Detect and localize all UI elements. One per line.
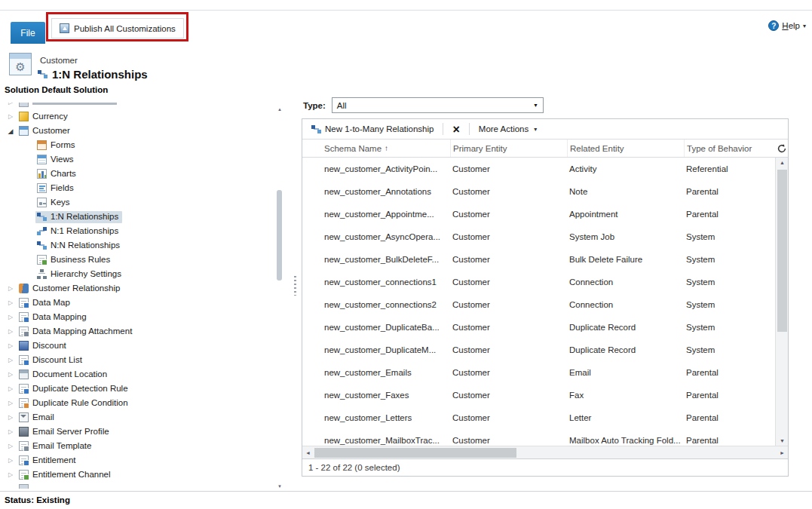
tree-item-entitlement[interactable]: ▷Entitlement <box>2 453 274 468</box>
tree-item-label: Data Map <box>32 298 70 307</box>
vertical-scrollbar[interactable]: ▲ ▼ <box>775 158 788 446</box>
refresh-button[interactable] <box>775 140 788 157</box>
expand-toggle-icon[interactable]: ▷ <box>6 371 15 378</box>
tree-scrollbar[interactable]: ▲ ▼ <box>276 107 283 489</box>
column-header-label: Related Entity <box>570 144 624 153</box>
table-row[interactable]: new_customer_BulkDeleteF...CustomerBulk … <box>302 248 775 271</box>
expand-toggle-icon[interactable]: ▷ <box>6 443 15 449</box>
scroll-up-icon[interactable]: ▲ <box>776 160 789 165</box>
tree-item-customer-relationship[interactable]: ▷Customer Relationship <box>2 281 274 296</box>
refresh-icon <box>777 144 786 153</box>
tree-item-document-location[interactable]: ▷Document Location <box>2 367 274 382</box>
expand-toggle-icon[interactable]: ▷ <box>6 428 15 435</box>
cell-schema-name: new_customer_connections2 <box>322 300 450 309</box>
scroll-down-icon[interactable]: ▼ <box>276 484 283 489</box>
expand-toggle-icon[interactable]: ▷ <box>6 113 15 120</box>
table-row[interactable]: new_customer_MailboxTrac...CustomerMailb… <box>302 429 775 446</box>
cell-related-entity: Duplicate Record <box>567 345 684 354</box>
tree-item-views[interactable]: Views <box>2 152 274 167</box>
tree-item-currency[interactable]: ▷Currency <box>2 109 274 124</box>
discount-icon <box>19 341 29 351</box>
file-menu-button[interactable]: File <box>11 22 45 44</box>
column-header-schema-name[interactable]: Schema Name↑ <box>322 140 450 157</box>
tree-item-email-server-profile[interactable]: ▷Email Server Profile <box>2 425 274 439</box>
tree-item-label: Fields <box>51 183 74 192</box>
delete-button[interactable]: × <box>448 122 464 136</box>
cell-primary-entity: Customer <box>450 187 567 196</box>
tree-scrollbar-thumb[interactable] <box>277 190 282 281</box>
expand-toggle-icon[interactable]: ▷ <box>6 385 15 392</box>
expand-toggle-icon[interactable]: ▷ <box>6 357 15 363</box>
expand-toggle-icon[interactable]: ▷ <box>6 103 15 106</box>
table-row[interactable]: new_customer_connections1CustomerConnect… <box>302 271 775 293</box>
hierarchy-settings-icon <box>37 269 47 279</box>
table-row[interactable]: new_customer_DuplicateBa...CustomerDupli… <box>302 316 775 339</box>
table-row[interactable]: new_customer_ActivityPoin...CustomerActi… <box>302 158 775 180</box>
horizontal-scrollbar[interactable]: ◄ ► <box>302 446 788 458</box>
tree-item-customer[interactable]: ◢Customer <box>2 124 274 138</box>
tree-item-entitlement-channel[interactable]: ▷Entitlement Channel <box>2 468 274 482</box>
scroll-right-icon[interactable]: ► <box>780 446 785 459</box>
tree-item-charts[interactable]: Charts <box>2 167 274 181</box>
page-title: 1:N Relationships <box>52 68 148 81</box>
expand-toggle-icon[interactable]: ▷ <box>6 342 15 349</box>
tree-item-data-map[interactable]: ▷Data Map <box>2 296 274 310</box>
column-header-related-entity[interactable]: Related Entity <box>567 140 684 157</box>
tree-item-n-n-relationships[interactable]: N:N Relationships <box>2 238 274 253</box>
expand-toggle-icon[interactable]: ▷ <box>6 400 15 406</box>
scroll-down-icon[interactable]: ▼ <box>776 438 789 443</box>
tree-item-keys[interactable]: Keys <box>2 195 274 210</box>
expand-toggle-icon[interactable]: ▷ <box>6 314 15 320</box>
tree-item-discount-list[interactable]: ▷Discount List <box>2 353 274 367</box>
tree-item-hierarchy-settings[interactable]: Hierarchy Settings <box>2 267 274 281</box>
table-row[interactable]: new_customer_connections2CustomerConnect… <box>302 293 775 316</box>
cell-primary-entity: Customer <box>450 323 567 332</box>
column-header-type-of-behavior[interactable]: Type of Behavior <box>684 140 775 157</box>
expand-toggle-icon[interactable]: ▷ <box>6 457 15 464</box>
tree-item-n-1-relationships[interactable]: N:1 Relationships <box>2 224 274 238</box>
tree-item-email-template[interactable]: ▷Email Template <box>2 439 274 453</box>
tree-item-data-mapping[interactable]: ▷Data Mapping <box>2 310 274 324</box>
more-actions-button[interactable]: More Actions ▾ <box>474 122 542 136</box>
expand-toggle-icon[interactable]: ▷ <box>6 299 15 306</box>
vertical-scrollbar-thumb[interactable] <box>777 170 787 332</box>
cell-schema-name: new_customer_AsyncOpera... <box>322 232 450 241</box>
column-header-primary-entity[interactable]: Primary Entity <box>450 140 567 157</box>
tree-item-discount[interactable]: ▷Discount <box>2 339 274 353</box>
tree-item-fields[interactable]: Fields <box>2 181 274 195</box>
panel-splitter[interactable] <box>291 97 299 492</box>
cell-primary-entity: Customer <box>450 345 567 354</box>
help-menu[interactable]: ? Help ▾ <box>768 20 806 31</box>
expand-toggle-icon[interactable]: ▷ <box>6 285 15 292</box>
table-row[interactable]: new_customer_AsyncOpera...CustomerSystem… <box>302 225 775 248</box>
tree-item-business-rules[interactable]: Business Rules <box>2 253 274 267</box>
horizontal-scrollbar-thumb[interactable] <box>314 448 516 458</box>
table-row[interactable]: new_customer_LettersCustomerLetterParent… <box>302 406 775 429</box>
tree-item-duplicate-rule-condition[interactable]: ▷Duplicate Rule Condition <box>2 396 274 410</box>
type-dropdown[interactable]: All ▼ <box>332 97 544 113</box>
tree-item-forms[interactable]: Forms <box>2 138 274 152</box>
tree-item-email[interactable]: ▷Email <box>2 410 274 425</box>
tree-item-label: Customer <box>32 126 70 135</box>
business-rules-icon <box>37 255 47 265</box>
table-row[interactable]: new_customer_AnnotationsCustomerNotePare… <box>302 180 775 203</box>
entitlement-channel-icon <box>19 470 29 480</box>
expand-toggle-icon[interactable]: ▷ <box>6 414 15 421</box>
table-row[interactable]: new_customer_FaxesCustomerFaxParental <box>302 384 775 406</box>
scroll-up-icon[interactable]: ▲ <box>276 107 283 112</box>
tree-item-1-n-relationships[interactable]: 1:N Relationships <box>2 210 274 224</box>
new-1-to-many-relationship-button[interactable]: New 1-to-Many Relationship <box>307 122 438 136</box>
scroll-left-icon[interactable]: ◄ <box>305 446 311 459</box>
publish-all-customizations-button[interactable]: Publish All Customizations <box>51 18 184 38</box>
cell-related-entity: Email <box>567 368 684 377</box>
cell-primary-entity: Customer <box>450 391 567 400</box>
tree-item-duplicate-detection-rule[interactable]: ▷Duplicate Detection Rule <box>2 382 274 396</box>
expand-toggle-icon[interactable]: ▷ <box>6 328 15 335</box>
table-row[interactable]: new_customer_DuplicateM...CustomerDuplic… <box>302 339 775 361</box>
tree-item-data-mapping-attachment[interactable]: ▷Data Mapping Attachment <box>2 324 274 339</box>
collapse-toggle-icon[interactable]: ◢ <box>6 127 15 135</box>
table-row[interactable]: new_customer_EmailsCustomerEmailParental <box>302 361 775 384</box>
expand-toggle-icon[interactable]: ▷ <box>6 471 15 478</box>
document-location-icon <box>19 369 29 379</box>
table-row[interactable]: new_customer_Appointme...CustomerAppoint… <box>302 203 775 225</box>
